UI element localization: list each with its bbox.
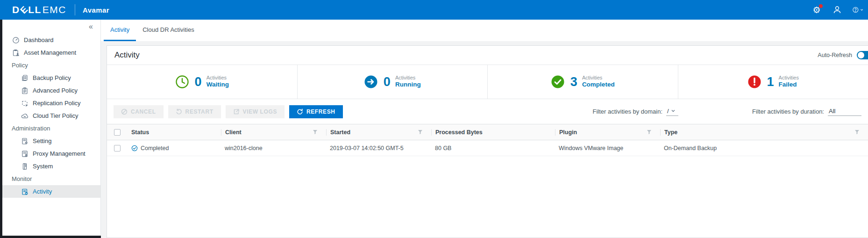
chevron-down-icon (671, 108, 676, 113)
help-menu-chevron-icon (860, 7, 863, 12)
panel-header: Activity Auto-Refresh (107, 46, 868, 65)
view-logs-icon (233, 108, 240, 115)
select-all-cell (107, 129, 128, 136)
dell-letter-d: D (12, 4, 20, 15)
sidebar-item-label: Advanced Policy (33, 87, 78, 94)
summary-card-running[interactable]: 0 ActivitiesRunning (297, 65, 488, 99)
column-header-processed-bytes[interactable]: Processed Bytes (431, 129, 555, 136)
restart-icon (176, 108, 182, 115)
completed-count: 3 (570, 75, 577, 89)
sidebar-items: Dashboard Asset Management Policy Backup… (0, 34, 100, 198)
refresh-button[interactable]: REFRESH (289, 105, 343, 118)
column-header-plugin[interactable]: Plugin (555, 129, 660, 136)
client-cell: win2016-clone (221, 145, 326, 151)
sidebar-item-proxy-management[interactable]: Proxy Management (0, 147, 100, 160)
sidebar-bottom-strip (0, 236, 101, 238)
sidebar-collapse-icon[interactable]: « (89, 23, 93, 30)
arrow-right-circle-icon (364, 75, 378, 89)
view-logs-button[interactable]: VIEW LOGS (226, 105, 285, 118)
cloud-icon (21, 112, 28, 120)
clipboard-check-icon (21, 188, 28, 195)
sidebar-item-label: Proxy Management (33, 150, 85, 157)
clipboard-icon (21, 87, 28, 94)
processed-bytes-cell: 80 GB (431, 145, 555, 151)
sidebar-item-replication-policy[interactable]: Replication Policy (0, 97, 100, 109)
duration-filter: Filter activities by duration: All (752, 108, 861, 116)
cancel-button[interactable]: CANCEL (114, 105, 164, 118)
auto-refresh-toggle[interactable] (857, 51, 868, 59)
waiting-count: 0 (195, 75, 202, 89)
sidebar-nav: « Dashboard Asset Management Policy Back… (0, 20, 101, 238)
page-title: Activity (114, 50, 140, 60)
table-row[interactable]: Completed win2016-clone 2019-03-07 14:02… (107, 140, 868, 156)
sidebar-item-system[interactable]: System (0, 160, 100, 173)
app-title: Avamar (83, 6, 109, 14)
domain-filter: Filter activities by domain: / (593, 108, 679, 116)
column-header-started[interactable]: Started (326, 129, 431, 136)
status-text: Completed (141, 145, 169, 151)
auto-refresh-control: Auto-Refresh (818, 51, 861, 59)
sidebar-item-label: System (33, 163, 53, 170)
filter-funnel-icon[interactable] (418, 130, 423, 135)
dell-letters-ll: LL (28, 4, 42, 15)
select-all-checkbox[interactable] (114, 129, 121, 136)
sidebar-item-activity[interactable]: Activity (0, 185, 100, 198)
tab-cloud-dr-activities[interactable]: Cloud DR Activities (136, 20, 201, 41)
row-checkbox[interactable] (114, 145, 121, 151)
avamar-window: DELL EMC Avamar ⚙ (0, 0, 868, 238)
domain-filter-dropdown[interactable]: / (666, 108, 678, 116)
column-header-type[interactable]: Type (660, 129, 868, 136)
documents-icon (21, 74, 28, 82)
user-account-icon[interactable] (832, 4, 843, 15)
sidebar-item-label: Asset Management (24, 49, 76, 56)
sidebar-section-policy: Policy (0, 59, 100, 72)
sidebar-item-backup-policy[interactable]: Backup Policy (0, 72, 100, 84)
top-bar: DELL EMC Avamar ⚙ (0, 0, 868, 20)
duration-filter-dropdown[interactable]: All (828, 108, 861, 116)
clipboard-person-icon (12, 49, 20, 57)
settings-gear-icon[interactable]: ⚙ (811, 4, 822, 15)
sidebar-item-dashboard[interactable]: Dashboard (0, 34, 100, 46)
sidebar-item-label: Activity (33, 188, 52, 195)
sidebar-item-cloud-tier-policy[interactable]: Cloud Tier Policy (0, 109, 100, 122)
refresh-icon (297, 108, 303, 115)
tab-bar: Activity Cloud DR Activities (101, 20, 868, 41)
auto-refresh-label: Auto-Refresh (818, 52, 852, 58)
summary-card-waiting[interactable]: 0 ActivitiesWaiting (107, 65, 297, 99)
restart-button[interactable]: RESTART (168, 105, 221, 118)
sidebar-item-asset-management[interactable]: Asset Management (0, 46, 100, 59)
sidebar-item-label: Setting (33, 137, 51, 144)
emc-wordmark: EMC (43, 4, 66, 15)
server-icon (21, 163, 28, 170)
duration-filter-label: Filter activities by duration: (752, 108, 824, 115)
document-person-icon (21, 150, 28, 158)
notification-dot (819, 4, 823, 8)
table-header-row: Status Client Started Processed Bytes (107, 124, 868, 140)
column-header-client[interactable]: Client (221, 129, 326, 136)
top-bar-actions: ⚙ (811, 4, 863, 15)
brand-divider (75, 4, 75, 15)
dell-wordmark: DELL (12, 4, 42, 15)
sidebar-item-label: Cloud Tier Policy (33, 112, 78, 119)
summary-card-failed[interactable]: 1 ActivitiesFailed (678, 65, 868, 99)
filter-funnel-icon[interactable] (854, 130, 860, 135)
column-header-status[interactable]: Status (128, 129, 221, 136)
summary-card-completed[interactable]: 3 ActivitiesCompleted (487, 65, 678, 99)
cancel-icon (121, 108, 128, 115)
main-content: Activity Cloud DR Activities Activity Au… (101, 20, 868, 238)
tab-activity[interactable]: Activity (104, 20, 136, 41)
sidebar-section-administration: Administration (0, 122, 100, 135)
failed-count: 1 (767, 75, 774, 89)
status-completed-icon (131, 145, 138, 151)
clock-icon (175, 75, 189, 89)
sidebar-item-label: Backup Policy (33, 74, 71, 81)
sidebar-item-setting[interactable]: Setting (0, 135, 100, 147)
help-icon[interactable] (852, 4, 863, 15)
filter-funnel-icon[interactable] (313, 130, 318, 135)
sidebar-item-advanced-policy[interactable]: Advanced Policy (0, 84, 100, 97)
sidebar-section-monitor: Monitor (0, 173, 100, 185)
dell-emc-logo: DELL EMC (12, 4, 66, 15)
filter-funnel-icon[interactable] (647, 130, 652, 135)
exclamation-circle-icon (747, 75, 761, 89)
window-left-edge-strip (0, 20, 2, 238)
